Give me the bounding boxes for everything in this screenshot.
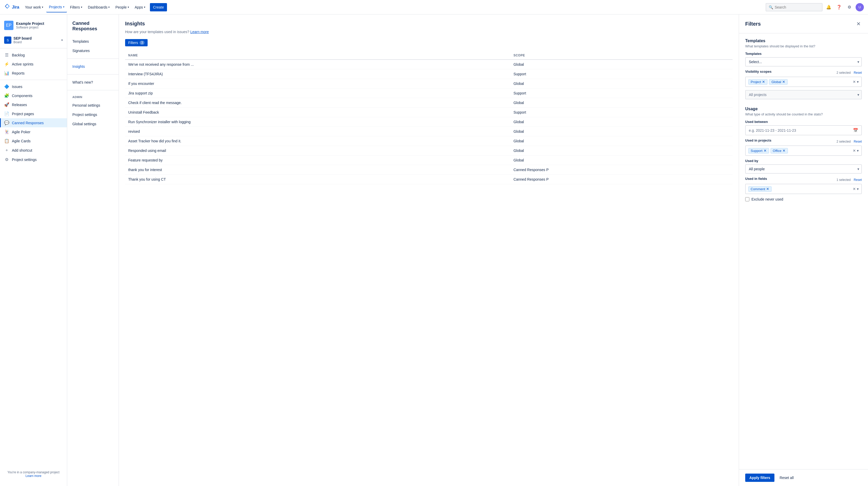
table-row[interactable]: revised Global (125, 127, 733, 136)
nav-your-work[interactable]: Your work ▾ (22, 2, 46, 12)
sidebar-item-releases[interactable]: 🚀 Releases (0, 100, 67, 109)
table-row[interactable]: If you encounter Global (125, 79, 733, 88)
chevron-down-icon-3[interactable]: ▾ (857, 187, 859, 191)
row-scope: Global (510, 98, 733, 108)
help-icon[interactable]: ❓ (835, 3, 843, 11)
search-box[interactable]: 🔍 (766, 3, 823, 11)
remove-project-tag[interactable]: ✕ (762, 80, 765, 84)
row-scope: Global (510, 117, 733, 127)
nav-projects[interactable]: Projects ▾ (46, 2, 67, 12)
used-in-projects-reset[interactable]: Reset (854, 140, 862, 143)
sidebar-item-add-shortcut[interactable]: ＋ Add shortcut (0, 145, 67, 155)
left-panel-templates[interactable]: Templates (67, 37, 119, 46)
table-row[interactable]: Uninstall Feedback Support (125, 108, 733, 117)
nav-people[interactable]: People ▾ (113, 2, 131, 12)
user-avatar[interactable]: U (856, 3, 864, 11)
row-scope: Canned Responses P (510, 165, 733, 175)
settings-icon[interactable]: ⚙ (845, 3, 854, 11)
sidebar-item-agile-cards[interactable]: 📋 Agile Cards (0, 136, 67, 145)
project-type: Software project (16, 26, 63, 29)
left-panel-insights[interactable]: Insights (67, 62, 119, 71)
table-row[interactable]: We've not received any response from ...… (125, 59, 733, 69)
sidebar-item-project-pages[interactable]: 📄 Project pages (0, 109, 67, 118)
sidebar-item-active-sprints[interactable]: ⚡ Active sprints (0, 59, 67, 68)
left-panel-project-settings[interactable]: Project settings (67, 110, 119, 119)
learn-more-link[interactable]: Learn more (26, 474, 41, 478)
templates-select-wrapper: Select... (745, 57, 862, 66)
all-projects-wrapper: All projects (745, 90, 862, 99)
clear-icon[interactable]: ✕ (853, 80, 856, 84)
table-header-name: Name (125, 52, 510, 59)
sidebar-item-backlog[interactable]: ☰ Backlog (0, 51, 67, 59)
used-by-select[interactable]: All people (745, 164, 862, 174)
table-row[interactable]: Responded using email Global (125, 146, 733, 155)
used-in-projects-count: 2 selected (836, 140, 851, 143)
exclude-never-used-checkbox[interactable] (745, 197, 749, 201)
search-input[interactable] (775, 5, 819, 9)
sidebar-item-canned-responses[interactable]: 💬 Canned Responses (0, 118, 67, 127)
reset-all-button[interactable]: Reset all (778, 474, 796, 482)
learn-more-link[interactable]: Learn more (190, 30, 209, 34)
visibility-scopes-reset[interactable]: Reset (854, 71, 862, 75)
row-scope: Global (510, 146, 733, 155)
main-content: Canned Responses Templates Signatures In… (67, 15, 868, 486)
sidebar-item-components[interactable]: 🧩 Components (0, 91, 67, 100)
notifications-icon[interactable]: 🔔 (825, 3, 833, 11)
visibility-scopes-label-row: Visibility scopes 2 selected Reset (745, 69, 862, 75)
filters-panel: Filters ✕ Templates What templates shoul… (739, 15, 868, 486)
templates-select[interactable]: Select... (745, 57, 862, 66)
remove-support-tag[interactable]: ✕ (764, 149, 767, 152)
sidebar-item-agile-poker[interactable]: 🃏 Agile Poker (0, 127, 67, 136)
sidebar-sep-board[interactable]: S SEP board Board ▾ (0, 34, 67, 46)
sidebar-item-reports[interactable]: 📊 Reports (0, 68, 67, 78)
all-projects-select[interactable]: All projects (745, 90, 862, 99)
left-panel-global-settings[interactable]: Global settings (67, 119, 119, 128)
logo[interactable]: Jira (4, 3, 19, 11)
chevron-down-icon[interactable]: ▾ (857, 80, 859, 84)
components-icon: 🧩 (4, 93, 9, 98)
remove-comment-tag[interactable]: ✕ (766, 187, 769, 191)
used-in-fields-input[interactable]: Comment ✕ ✕ ▾ (745, 184, 862, 194)
clear-icon-2[interactable]: ✕ (853, 148, 856, 153)
remove-global-tag[interactable]: ✕ (782, 80, 785, 84)
sep-board-name: SEP board (13, 36, 32, 40)
nav-dashboards[interactable]: Dashboards ▾ (85, 2, 113, 12)
table-row[interactable]: Check if client read the message. Global (125, 98, 733, 108)
left-panel-personal-settings[interactable]: Personal settings (67, 101, 119, 110)
chevron-down-icon-2[interactable]: ▾ (857, 148, 859, 153)
left-panel-signatures[interactable]: Signatures (67, 46, 119, 55)
used-in-projects-input[interactable]: Support ✕ Office ✕ ✕ ▾ (745, 145, 862, 156)
table-row[interactable]: thank you for interest Canned Responses … (125, 165, 733, 175)
tag-input-icons-2: ✕ ▾ (853, 148, 859, 153)
clear-icon-3[interactable]: ✕ (853, 187, 856, 191)
sidebar-item-issues[interactable]: 🔷 Issues (0, 82, 67, 91)
add-shortcut-icon: ＋ (4, 147, 9, 153)
table-row[interactable]: Asset Tracker how did you find it. Globa… (125, 136, 733, 146)
used-in-fields-count: 1 selected (836, 178, 851, 182)
row-name: Check if client read the message. (125, 98, 510, 108)
left-panel-whats-new[interactable]: What's new? (67, 78, 119, 87)
remove-office-tag[interactable]: ✕ (782, 149, 785, 152)
table-row[interactable]: Feature requested by Global (125, 155, 733, 165)
table-row[interactable]: Jira support zip Support (125, 88, 733, 98)
create-button[interactable]: Create (150, 3, 167, 11)
sidebar-item-project-settings[interactable]: ⚙ Project settings (0, 155, 67, 164)
visibility-scope-global-tag: Global ✕ (769, 79, 787, 85)
filter-panel-title: Filters (745, 21, 761, 27)
apply-filters-button[interactable]: Apply filters (745, 474, 774, 482)
project-office-tag: Office ✕ (771, 148, 788, 153)
visibility-scopes-input[interactable]: Project ✕ Global ✕ ✕ ▾ (745, 77, 862, 87)
exclude-never-used-row: Exclude never used (745, 197, 862, 201)
used-by-select-wrapper: All people (745, 164, 862, 174)
table-row[interactable]: Interview (TFS4JIRA) Support (125, 69, 733, 79)
nav-apps[interactable]: Apps ▾ (132, 2, 148, 12)
used-in-fields-reset[interactable]: Reset (854, 178, 862, 182)
table-row[interactable]: Run Synchronizer installer with logging … (125, 117, 733, 127)
filter-close-button[interactable]: ✕ (855, 20, 862, 28)
table-row[interactable]: Thank you for using CT Canned Responses … (125, 175, 733, 184)
nav-filters[interactable]: Filters ▾ (67, 2, 85, 12)
exclude-never-used-label[interactable]: Exclude never used (751, 197, 783, 201)
date-range-input[interactable]: e.g. 2021-11-23 - 2021-11-23 📅 (745, 125, 862, 135)
filters-button[interactable]: Filters 3 (125, 39, 148, 46)
table-header-scope: Scope (510, 52, 733, 59)
